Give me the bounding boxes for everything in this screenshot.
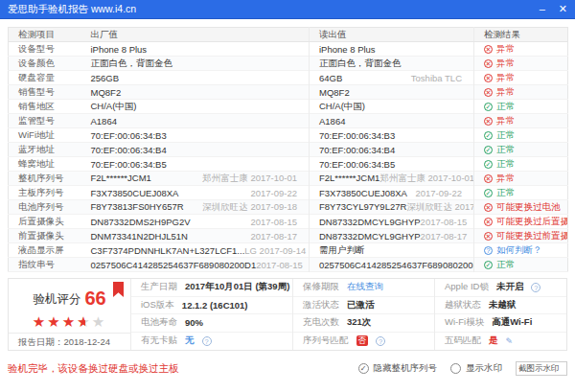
device-info-grid: 生产日期 2017年10月01日 (第39周) iOS版本 12.1.2 (16… [131, 279, 566, 350]
check-item-label: 整机序列号 [9, 172, 81, 186]
check-item-label: 前置摄像头 [9, 229, 81, 243]
table-row: 销售型号 MQ8F2 MQ8F2 异常 [9, 85, 568, 100]
help-icon[interactable]: ? [202, 336, 212, 346]
status-text: 正常 [496, 101, 515, 113]
status-text: 正常 [496, 144, 515, 156]
status-icon [484, 45, 493, 54]
check-item-label: 设备颜色 [9, 57, 81, 71]
status-icon [484, 103, 493, 111]
check-item-label: 后置摄像头 [9, 215, 81, 229]
warranty-link[interactable]: 在线查询 [347, 281, 383, 293]
status-text: 正常 [496, 158, 515, 171]
read-note: 2017-08-15 [421, 217, 468, 227]
status-icon [484, 232, 493, 241]
check-item-label: 设备型号 [9, 42, 81, 57]
summary-panel: 验机评分66 ★★★★★★ 报告日期：2018-12-24 生产日期 2017年… [8, 278, 567, 351]
status-badge: 异常 [484, 43, 515, 56]
status-badge: 可能更换过前置摄像头 [484, 230, 568, 242]
header-item: 检测项目 [9, 28, 81, 42]
status-text: 如何判断？ [496, 244, 542, 257]
star-icon: ★★ [77, 313, 91, 331]
minimize-button[interactable]: – [540, 4, 545, 14]
check-item-label: 监管型号 [9, 114, 81, 128]
table-row: 主板序列号 F3X73850CUEJ08XA 2017-09-22 F3X738… [9, 186, 568, 200]
read-note: 郑州富士康 2017-10-01 [380, 173, 473, 185]
check-item-label: 液晶显示屏 [9, 243, 81, 258]
factory-value: MQ8F2 [91, 87, 122, 98]
help-icon[interactable]: ? [531, 283, 540, 292]
hide-serial-option[interactable]: 隐藏整机序列号 [358, 362, 438, 375]
status-text: 异常 [496, 72, 515, 84]
status-badge: 正常 [484, 259, 515, 271]
read-value: DN87332DMCYL9GHYP [319, 217, 421, 227]
watermark-text-input[interactable] [516, 361, 567, 376]
info-ios-version: iOS版本 12.1.2 (16C101) [131, 297, 292, 315]
info-wifi-module: Wi-Fi模块 高通Wi-Fi [435, 314, 566, 333]
status-text: 正常 [496, 187, 515, 199]
info-battery-life: 电池寿命 90% [131, 314, 292, 333]
status-text: 异常 [496, 115, 515, 127]
header-factory-value: 出厂值 [81, 28, 310, 42]
factory-value: DNM73341N2DHJL51N [91, 231, 188, 242]
verdict-message: 验机完毕，该设备换过硬盘或换过主板 [8, 362, 358, 376]
info-activation: 激活状态 已激活 [293, 297, 434, 315]
factory-value: 70:EF:00:06:34:B5 [91, 159, 167, 170]
table-row: WiFi地址 70:EF:00:06:34:B3 70:EF:00:06:34:… [9, 128, 568, 143]
status-icon [484, 203, 493, 212]
table-row: 蓝牙地址 70:EF:00:06:34:B4 70:EF:00:06:34:B4… [9, 143, 568, 157]
verification-table: 检测项目 出厂值 读出值 检测结果 设备型号 iPhone 8 Plus iPh… [8, 27, 568, 272]
close-button[interactable]: ✕ [559, 4, 567, 14]
check-item-label: 硬盘容量 [9, 71, 81, 85]
footer-bar: 验机完毕，该设备换过硬盘或换过主板 隐藏整机序列号 显示水印 [0, 361, 575, 376]
status-text: 异常 [496, 173, 515, 185]
table-row: 设备型号 iPhone 8 Plus iPhone 8 Plus 异常 [9, 42, 568, 57]
status-badge: 异常 [484, 173, 515, 185]
table-row: 硬盘容量 256GB 64GB Toshiba TLC 异常 [9, 71, 568, 85]
check-item-label: 销售地区 [9, 100, 81, 114]
table-row: 后置摄像头 DN87332DMS2H9PG2V 2017-08-15 DN873… [9, 215, 568, 229]
status-icon [484, 246, 493, 255]
read-value: MQ8F2 [319, 87, 350, 98]
status-icon [484, 261, 493, 269]
radio-checked-icon[interactable] [358, 363, 369, 374]
status-icon [484, 117, 493, 126]
check-item-label: 销售型号 [9, 85, 81, 100]
status-text: 正常 [496, 259, 515, 271]
factory-note: 2017-08-17 [250, 231, 297, 242]
radio-unchecked-icon[interactable] [450, 363, 461, 374]
status-text: 可能更换过前置摄像头 [496, 230, 568, 242]
edit-icon[interactable]: ✎ [506, 336, 514, 346]
info-serial-match: 序列号匹配 否 ? [293, 333, 434, 351]
help-icon[interactable]: ? [376, 336, 385, 346]
info-jailbreak: 越狱状态 未越狱 [435, 297, 566, 315]
factory-value: F3X73850CUEJ08XA [91, 188, 179, 198]
table-row: 监管型号 A1864 A1864 异常 [9, 114, 568, 128]
show-watermark-option[interactable]: 显示水印 [450, 362, 502, 375]
table-row: 指纹串号 0257506C414285254637F689080200D1 20… [9, 258, 568, 272]
read-note: 2017-08-17 [421, 231, 468, 242]
factory-value: 70:EF:00:06:34:B3 [91, 130, 167, 141]
status-badge: 正常 [484, 158, 515, 171]
status-badge: 异常 [484, 72, 515, 84]
status-text: 可能更换过电池 [496, 201, 561, 214]
read-value: DN87332DMCYL9GHYP [319, 231, 421, 242]
info-five-code-match: 五码匹配 是 ✎ [435, 333, 566, 351]
factory-value: A1864 [91, 116, 117, 127]
read-value: 需用户判断 [319, 244, 365, 257]
read-value: 64GB [319, 73, 342, 83]
read-value: CH/A(中国) [319, 101, 365, 113]
read-value: A1864 [319, 116, 345, 127]
check-item-label: 指纹串号 [9, 258, 81, 272]
status-icon [484, 59, 493, 68]
check-item-label: WiFi地址 [9, 128, 81, 143]
status-icon [484, 218, 493, 226]
factory-note: 2017-08-15 [256, 260, 303, 270]
header-read-value: 读出值 [310, 28, 474, 42]
table-row: 整机序列号 F2L******JCM1 郑州富士康 2017-10-01 F2L… [9, 172, 568, 186]
read-value: 正面白色，背面金色 [319, 58, 402, 70]
report-date: 报告日期：2018-12-24 [9, 333, 130, 350]
status-badge: 异常 [484, 115, 515, 127]
score-box: 验机评分66 ★★★★★★ 报告日期：2018-12-24 [9, 279, 131, 350]
check-item-label: 主板序列号 [9, 186, 81, 200]
status-badge: 可能更换过后置摄像头 [484, 216, 568, 228]
